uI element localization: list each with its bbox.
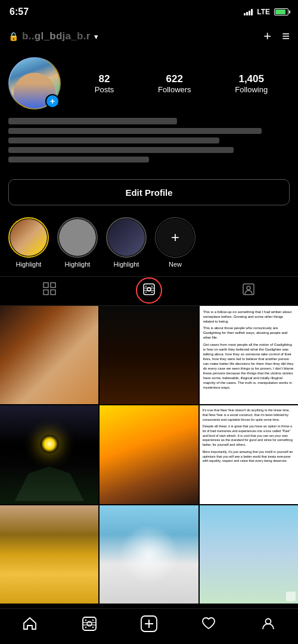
bottom-tab-heart[interactable]: [194, 613, 224, 637]
add-icon: [141, 615, 157, 634]
grid-icon: [43, 282, 56, 299]
svg-rect-14: [83, 617, 96, 630]
grid-cell-9[interactable]: [200, 505, 298, 604]
menu-icon[interactable]: ≡: [282, 29, 290, 44]
bio-section: [0, 118, 298, 174]
highlight-add-circle: +: [157, 219, 194, 256]
highlight-label-1: Highlight: [16, 261, 42, 268]
followers-count: 622: [166, 73, 183, 85]
bio-line-4: [8, 157, 149, 162]
add-post-icon[interactable]: +: [263, 29, 271, 44]
status-icons: LTE: [244, 8, 288, 16]
highlight-label-3: Highlight: [114, 261, 139, 268]
highlight-item-1[interactable]: Highlight: [8, 217, 49, 268]
tabs-row: [0, 276, 298, 306]
add-to-story-button[interactable]: +: [45, 94, 60, 108]
tagged-icon: [242, 283, 255, 298]
posts-label: Posts: [95, 85, 114, 94]
highlight-ring-1: [8, 217, 49, 258]
svg-point-15: [87, 621, 92, 626]
reels-active-wrapper: [132, 276, 166, 305]
status-bar: 6:57 LTE: [0, 0, 298, 21]
svg-rect-3: [51, 290, 55, 295]
highlight-add-ring: +: [155, 217, 195, 258]
status-time: 6:57: [10, 7, 29, 17]
edit-profile-button[interactable]: Edit Profile: [8, 179, 290, 205]
username-label: b..gl_bdja_b.r: [22, 30, 91, 42]
grid-cell-4[interactable]: [0, 405, 98, 504]
home-icon: [22, 616, 38, 634]
bottom-bar: [0, 608, 298, 644]
following-stat[interactable]: 1,405 Following: [235, 73, 268, 94]
bottom-tab-home[interactable]: [15, 613, 45, 637]
highlight-add-item[interactable]: + New: [155, 217, 195, 268]
grid-cell-7[interactable]: [0, 505, 98, 604]
bio-line-1: [8, 128, 262, 134]
highlight-new-label: New: [169, 261, 182, 268]
highlight-label-2: Highlight: [65, 261, 91, 268]
highlight-item-3[interactable]: Highlight: [106, 217, 147, 268]
grid-cell-5[interactable]: [100, 405, 198, 504]
bottom-tab-profile[interactable]: [253, 613, 283, 637]
followers-label: Followers: [158, 85, 191, 94]
chevron-down-icon[interactable]: ▾: [94, 32, 98, 41]
bio-line-2: [8, 137, 219, 143]
highlight-circle-1: [10, 219, 47, 256]
grid-cell-1[interactable]: [0, 306, 98, 404]
highlight-ring-3: [106, 217, 147, 258]
bottom-tab-reels[interactable]: [74, 613, 104, 637]
highlight-circle-2: [59, 219, 96, 256]
profile-top: + 82 Posts 622 Followers 1,405 Following: [8, 57, 290, 110]
svg-point-17: [92, 619, 94, 620]
highlight-ring-2: [57, 217, 98, 258]
nav-actions: + ≡: [263, 29, 290, 44]
grid-cell-6[interactable]: It's true that New Year doesn't do anyth…: [200, 405, 298, 504]
bio-name-line: [8, 118, 177, 124]
grid-cell-3[interactable]: This is a follow-up on something that I …: [200, 306, 298, 404]
highlight-item-2[interactable]: Highlight: [57, 217, 98, 268]
followers-stat[interactable]: 622 Followers: [158, 73, 191, 94]
tab-tagged[interactable]: [198, 277, 298, 305]
battery-icon: [274, 8, 288, 15]
posts-grid: This is a follow-up on something that I …: [0, 306, 298, 604]
tab-reels[interactable]: [100, 277, 199, 305]
top-nav: 🔒 b..gl_bdja_b.r ▾ + ≡: [0, 21, 298, 51]
lock-icon: 🔒: [8, 32, 18, 41]
signal-bars-icon: [244, 9, 253, 15]
following-label: Following: [235, 85, 268, 94]
heart-icon: [201, 616, 216, 634]
lte-icon: LTE: [257, 8, 270, 16]
svg-point-18: [85, 626, 86, 627]
avatar-wrapper: +: [8, 57, 61, 110]
reels-bottom-icon: [82, 616, 97, 634]
svg-rect-2: [44, 290, 48, 295]
profile-section: + 82 Posts 622 Followers 1,405 Following: [0, 51, 298, 110]
highlights-row: Highlight Highlight Highlight + New: [0, 214, 298, 274]
grid-cell-2[interactable]: [100, 306, 198, 404]
svg-point-16: [85, 619, 86, 620]
grid-cell-8[interactable]: [100, 505, 198, 604]
tab-grid[interactable]: [0, 277, 100, 305]
posts-stat[interactable]: 82 Posts: [95, 73, 114, 94]
svg-rect-1: [51, 283, 55, 287]
profile-icon: [260, 616, 276, 634]
highlight-circle-3: [108, 219, 145, 256]
posts-count: 82: [99, 73, 110, 85]
bottom-tab-add[interactable]: [134, 613, 164, 637]
bio-line-3: [8, 147, 234, 153]
stats-row: 82 Posts 622 Followers 1,405 Following: [73, 73, 290, 94]
following-count: 1,405: [238, 73, 264, 85]
svg-point-19: [92, 626, 94, 627]
svg-rect-0: [44, 283, 48, 287]
username-area[interactable]: 🔒 b..gl_bdja_b.r ▾: [8, 30, 98, 42]
reels-active-border: [136, 277, 162, 304]
svg-point-13: [247, 286, 250, 290]
